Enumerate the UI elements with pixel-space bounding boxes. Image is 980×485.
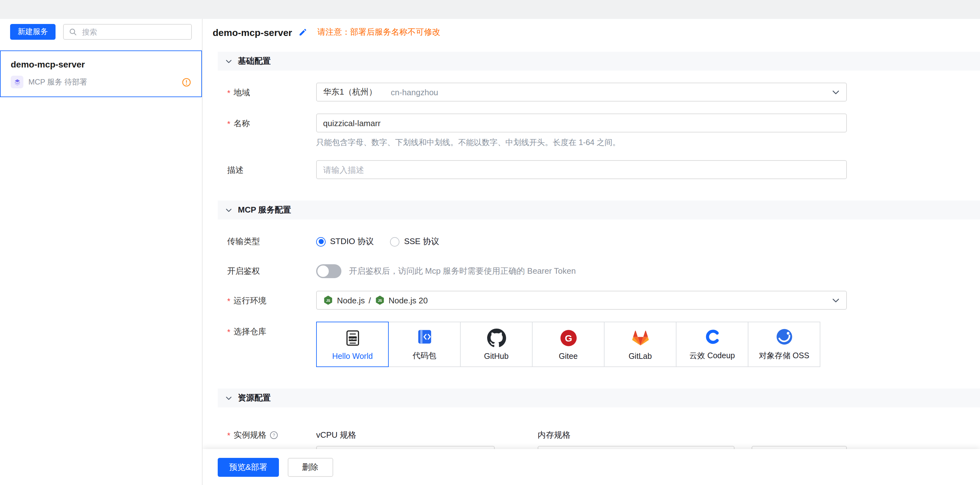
section-mcp-title: MCP 服务配置 [238,204,291,216]
radio-sse-label: SSE 协议 [404,236,439,247]
new-service-button[interactable]: 新建服务 [10,24,56,40]
runtime-family: Node.js [337,295,365,305]
chevron-down-icon [832,88,840,96]
config-form: demo-mcp-server 请注意：部署后服务名称不可修改 基础配置 * [202,19,980,485]
auth-help-text: 开启鉴权后，访问此 Mcp 服务时需要使用正确的 Bearer Token [349,266,576,277]
required-asterisk: * [227,327,230,336]
repo-card-label: 对象存储 OSS [759,351,809,361]
runtime-select[interactable]: JS Node.js / JS Node.js 20 [316,291,847,310]
service-card-demo-mcp-server[interactable]: demo-mcp-server MCP 服务 待部署 [0,51,202,97]
svg-text:JS: JS [326,299,330,303]
svg-text:DEMO: DEMO [348,337,357,340]
nodejs-icon: JS [323,295,333,305]
radio-stdio[interactable]: STDIO 协议 [316,236,374,247]
name-help-text: 只能包含字母、数字、下划线和中划线。不能以数字、中划线开头。长度在 1-64 之… [316,138,847,148]
radio-selected-icon [316,237,326,246]
help-question-icon[interactable]: ? [269,431,278,440]
repo-card-oss[interactable]: 对象存储 OSS [748,322,820,367]
action-bar: 预览&部署 删除 [202,449,980,485]
section-resource-title: 资源配置 [238,392,271,404]
name-immutable-warning: 请注意：部署后服务名称不可修改 [317,27,441,38]
app-root: 新建服务 demo-mcp-server MCP 服务 待部署 [0,0,980,485]
service-status: MCP 服务 待部署 [29,77,177,87]
region-label: * 地域 [227,82,316,98]
mem-col-label: 内存规格 [538,425,847,441]
name-input[interactable] [316,114,847,132]
runtime-separator: / [369,295,371,305]
repo-card-label: Gitee [559,352,578,360]
name-label: * 名称 [227,114,316,129]
region-select[interactable]: 华东1（杭州） cn-hangzhou [316,82,847,101]
repo-card-hello-world[interactable]: DEMO Hello World [316,322,389,367]
oss-icon [775,327,794,346]
code-package-icon [415,327,434,346]
repo-card-gitlab[interactable]: GitLab [604,322,676,367]
nodejs-icon: JS [374,295,385,305]
svg-text:?: ? [273,433,275,438]
required-asterisk: * [227,430,230,440]
repo-label: * 选择仓库 [227,322,316,338]
chevron-down-icon [225,58,232,65]
search-icon [69,28,77,36]
repo-card-label: Hello World [332,352,373,360]
demo-doc-icon: DEMO [343,328,362,347]
top-strip [0,0,980,19]
main-panel: demo-mcp-server 请注意：部署后服务名称不可修改 基础配置 * [202,19,980,485]
vcpu-col-label: vCPU 规格 [316,425,538,441]
repo-card-github[interactable]: GitHub [460,322,533,367]
region-code: cn-hangzhou [391,87,438,97]
chevron-down-icon [225,206,232,214]
repo-card-gitee[interactable]: G Gitee [532,322,605,367]
required-asterisk: * [227,88,230,97]
section-basic-title: 基础配置 [238,55,271,67]
service-name: demo-mcp-server [11,59,191,70]
preview-deploy-button[interactable]: 预览&部署 [218,458,278,477]
radio-sse[interactable]: SSE 协议 [390,236,439,247]
warning-badge-icon [182,77,191,87]
service-search[interactable] [63,24,192,40]
spec-label: * 实例规格 ? [227,425,316,441]
service-sidebar: 新建服务 demo-mcp-server MCP 服务 待部署 [0,19,202,485]
chevron-down-icon [225,395,232,401]
auth-toggle[interactable] [316,264,341,278]
gitee-icon: G [559,328,578,347]
transport-label: 传输类型 [227,236,316,247]
repo-card-codeup[interactable]: 云效 Codeup [676,322,748,367]
section-resource-config[interactable]: 资源配置 [218,388,980,407]
page-title: demo-mcp-server [213,27,292,38]
radio-stdio-label: STDIO 协议 [330,236,374,247]
svg-text:JS: JS [378,299,382,303]
runtime-label: * 运行环境 [227,291,316,306]
gitlab-icon [631,328,650,347]
codeup-icon [703,327,722,346]
repo-card-label: 云效 Codeup [689,351,735,361]
repo-card-group: DEMO Hello World 代码包 [316,322,820,367]
svg-text:G: G [565,333,572,343]
auth-label: 开启鉴权 [227,266,316,277]
mcp-service-icon [11,76,23,88]
description-input[interactable] [316,160,847,179]
transport-radio-group: STDIO 协议 SSE 协议 [316,236,439,247]
required-asterisk: * [227,119,230,128]
runtime-version: Node.js 20 [388,295,428,305]
section-mcp-config[interactable]: MCP 服务配置 [218,201,980,219]
delete-button[interactable]: 删除 [288,458,333,477]
desc-label: 描述 [227,160,316,176]
search-input[interactable] [81,27,186,37]
radio-unselected-icon [390,237,400,246]
github-icon [487,328,506,347]
required-asterisk: * [227,296,230,306]
repo-card-label: GitHub [484,352,509,360]
repo-card-label: 代码包 [413,351,436,361]
chevron-down-icon [832,296,840,304]
repo-card-label: GitLab [628,352,652,360]
section-basic-config[interactable]: 基础配置 [218,52,980,71]
edit-name-icon[interactable] [299,28,307,36]
region-value: 华东1（杭州） [323,86,377,98]
repo-card-code-package[interactable]: 代码包 [388,322,461,367]
